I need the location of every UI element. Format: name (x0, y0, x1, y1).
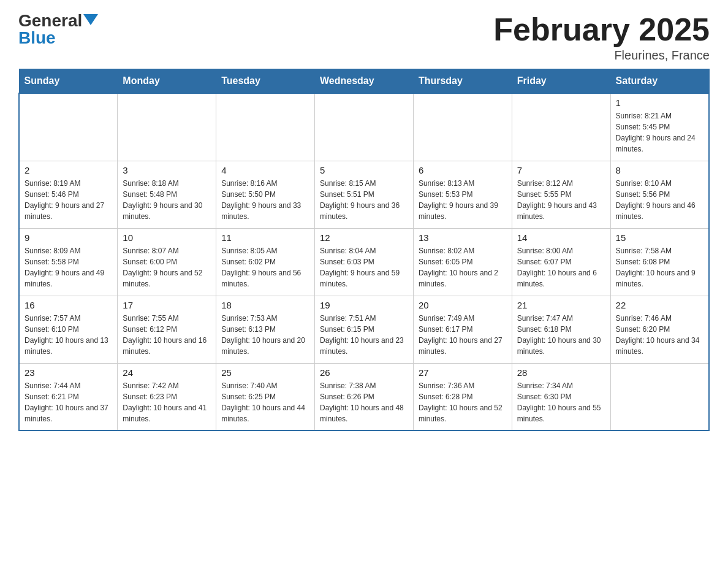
day-info: Sunrise: 7:36 AMSunset: 6:28 PMDaylight:… (419, 380, 507, 424)
day-info: Sunrise: 8:02 AMSunset: 6:05 PMDaylight:… (419, 245, 507, 289)
day-info: Sunrise: 8:21 AMSunset: 5:45 PMDaylight:… (616, 110, 703, 155)
day-number: 9 (25, 232, 112, 243)
day-info: Sunrise: 7:55 AMSunset: 6:12 PMDaylight:… (123, 313, 211, 357)
calendar-cell: 24Sunrise: 7:42 AMSunset: 6:23 PMDayligh… (118, 363, 216, 431)
header-saturday: Saturday (610, 69, 709, 94)
calendar-cell: 15Sunrise: 7:58 AMSunset: 6:08 PMDayligh… (610, 228, 709, 296)
calendar-cell (19, 93, 118, 161)
calendar-cell: 9Sunrise: 8:09 AMSunset: 5:58 PMDaylight… (19, 228, 118, 296)
calendar-table: Sunday Monday Tuesday Wednesday Thursday… (18, 69, 710, 431)
day-number: 28 (517, 367, 605, 378)
day-number: 26 (320, 367, 408, 378)
header-tuesday: Tuesday (216, 69, 315, 94)
calendar-cell: 10Sunrise: 8:07 AMSunset: 6:00 PMDayligh… (118, 228, 216, 296)
day-number: 22 (616, 300, 703, 310)
calendar-cell: 11Sunrise: 8:05 AMSunset: 6:02 PMDayligh… (216, 228, 315, 296)
day-number: 13 (419, 232, 507, 243)
calendar-week-row: 23Sunrise: 7:44 AMSunset: 6:21 PMDayligh… (19, 363, 709, 431)
day-info: Sunrise: 7:51 AMSunset: 6:15 PMDaylight:… (320, 313, 408, 357)
day-info: Sunrise: 7:40 AMSunset: 6:25 PMDaylight:… (221, 380, 309, 424)
day-number: 10 (123, 232, 211, 243)
day-info: Sunrise: 8:19 AMSunset: 5:46 PMDaylight:… (25, 178, 112, 222)
day-info: Sunrise: 8:09 AMSunset: 5:58 PMDaylight:… (25, 245, 112, 289)
calendar-cell (118, 93, 216, 161)
calendar-cell (216, 93, 315, 161)
page-header: General Blue February 2025 Fleurines, Fr… (18, 12, 710, 63)
day-info: Sunrise: 8:16 AMSunset: 5:50 PMDaylight:… (221, 178, 309, 222)
day-info: Sunrise: 8:07 AMSunset: 6:00 PMDaylight:… (123, 245, 211, 289)
calendar-cell: 8Sunrise: 8:10 AMSunset: 5:56 PMDaylight… (610, 161, 709, 228)
calendar-cell: 20Sunrise: 7:49 AMSunset: 6:17 PMDayligh… (413, 296, 512, 363)
day-info: Sunrise: 8:04 AMSunset: 6:03 PMDaylight:… (320, 245, 408, 289)
calendar-cell: 17Sunrise: 7:55 AMSunset: 6:12 PMDayligh… (118, 296, 216, 363)
day-info: Sunrise: 8:13 AMSunset: 5:53 PMDaylight:… (419, 178, 507, 222)
day-number: 5 (320, 165, 408, 175)
calendar-cell: 19Sunrise: 7:51 AMSunset: 6:15 PMDayligh… (315, 296, 414, 363)
calendar-cell: 5Sunrise: 8:15 AMSunset: 5:51 PMDaylight… (315, 161, 414, 228)
day-number: 2 (25, 165, 112, 175)
calendar-week-row: 2Sunrise: 8:19 AMSunset: 5:46 PMDaylight… (19, 161, 709, 228)
calendar-cell: 23Sunrise: 7:44 AMSunset: 6:21 PMDayligh… (19, 363, 118, 431)
day-info: Sunrise: 7:58 AMSunset: 6:08 PMDaylight:… (616, 245, 703, 289)
day-info: Sunrise: 7:44 AMSunset: 6:21 PMDaylight:… (25, 380, 112, 424)
header-sunday: Sunday (19, 69, 118, 94)
calendar-cell (610, 363, 709, 431)
location: Fleurines, France (493, 48, 710, 63)
day-number: 7 (517, 165, 605, 175)
calendar-cell (413, 93, 512, 161)
calendar-cell: 2Sunrise: 8:19 AMSunset: 5:46 PMDaylight… (19, 161, 118, 228)
day-number: 27 (419, 367, 507, 378)
day-info: Sunrise: 7:47 AMSunset: 6:18 PMDaylight:… (517, 313, 605, 357)
calendar-cell: 13Sunrise: 8:02 AMSunset: 6:05 PMDayligh… (413, 228, 512, 296)
calendar-cell: 12Sunrise: 8:04 AMSunset: 6:03 PMDayligh… (315, 228, 414, 296)
day-info: Sunrise: 7:57 AMSunset: 6:10 PMDaylight:… (25, 313, 112, 357)
calendar-cell: 6Sunrise: 8:13 AMSunset: 5:53 PMDaylight… (413, 161, 512, 228)
day-number: 16 (25, 300, 112, 310)
header-monday: Monday (118, 69, 216, 94)
day-number: 8 (616, 165, 703, 175)
day-info: Sunrise: 7:49 AMSunset: 6:17 PMDaylight:… (419, 313, 507, 357)
calendar-cell: 28Sunrise: 7:34 AMSunset: 6:30 PMDayligh… (512, 363, 610, 431)
header-wednesday: Wednesday (315, 69, 414, 94)
logo: General Blue (18, 12, 98, 47)
header-friday: Friday (512, 69, 610, 94)
day-info: Sunrise: 7:46 AMSunset: 6:20 PMDaylight:… (616, 313, 703, 357)
calendar-cell: 14Sunrise: 8:00 AMSunset: 6:07 PMDayligh… (512, 228, 610, 296)
calendar-cell: 27Sunrise: 7:36 AMSunset: 6:28 PMDayligh… (413, 363, 512, 431)
day-info: Sunrise: 7:34 AMSunset: 6:30 PMDaylight:… (517, 380, 605, 424)
day-info: Sunrise: 8:05 AMSunset: 6:02 PMDaylight:… (221, 245, 309, 289)
header-thursday: Thursday (413, 69, 512, 94)
calendar-cell (315, 93, 414, 161)
title-block: February 2025 Fleurines, France (493, 12, 710, 63)
day-info: Sunrise: 7:42 AMSunset: 6:23 PMDaylight:… (123, 380, 211, 424)
day-number: 12 (320, 232, 408, 243)
day-info: Sunrise: 8:10 AMSunset: 5:56 PMDaylight:… (616, 178, 703, 222)
day-number: 21 (517, 300, 605, 310)
day-number: 19 (320, 300, 408, 310)
calendar-cell: 25Sunrise: 7:40 AMSunset: 6:25 PMDayligh… (216, 363, 315, 431)
logo-triangle-icon (83, 14, 98, 25)
day-info: Sunrise: 7:38 AMSunset: 6:26 PMDaylight:… (320, 380, 408, 424)
calendar-cell: 22Sunrise: 7:46 AMSunset: 6:20 PMDayligh… (610, 296, 709, 363)
calendar-week-row: 16Sunrise: 7:57 AMSunset: 6:10 PMDayligh… (19, 296, 709, 363)
calendar-cell: 21Sunrise: 7:47 AMSunset: 6:18 PMDayligh… (512, 296, 610, 363)
calendar-week-row: 9Sunrise: 8:09 AMSunset: 5:58 PMDaylight… (19, 228, 709, 296)
day-number: 20 (419, 300, 507, 310)
calendar-cell: 26Sunrise: 7:38 AMSunset: 6:26 PMDayligh… (315, 363, 414, 431)
day-number: 1 (616, 98, 703, 108)
day-number: 18 (221, 300, 309, 310)
day-number: 25 (221, 367, 309, 378)
day-number: 4 (221, 165, 309, 175)
calendar-header-row: Sunday Monday Tuesday Wednesday Thursday… (19, 69, 709, 94)
calendar-cell: 4Sunrise: 8:16 AMSunset: 5:50 PMDaylight… (216, 161, 315, 228)
calendar-cell: 1Sunrise: 8:21 AMSunset: 5:45 PMDaylight… (610, 93, 709, 161)
calendar-cell: 7Sunrise: 8:12 AMSunset: 5:55 PMDaylight… (512, 161, 610, 228)
day-info: Sunrise: 8:15 AMSunset: 5:51 PMDaylight:… (320, 178, 408, 222)
day-number: 23 (25, 367, 112, 378)
calendar-week-row: 1Sunrise: 8:21 AMSunset: 5:45 PMDaylight… (19, 93, 709, 161)
day-number: 11 (221, 232, 309, 243)
calendar-cell: 18Sunrise: 7:53 AMSunset: 6:13 PMDayligh… (216, 296, 315, 363)
day-number: 6 (419, 165, 507, 175)
month-title: February 2025 (493, 12, 710, 47)
logo-blue-text: Blue (18, 28, 56, 47)
